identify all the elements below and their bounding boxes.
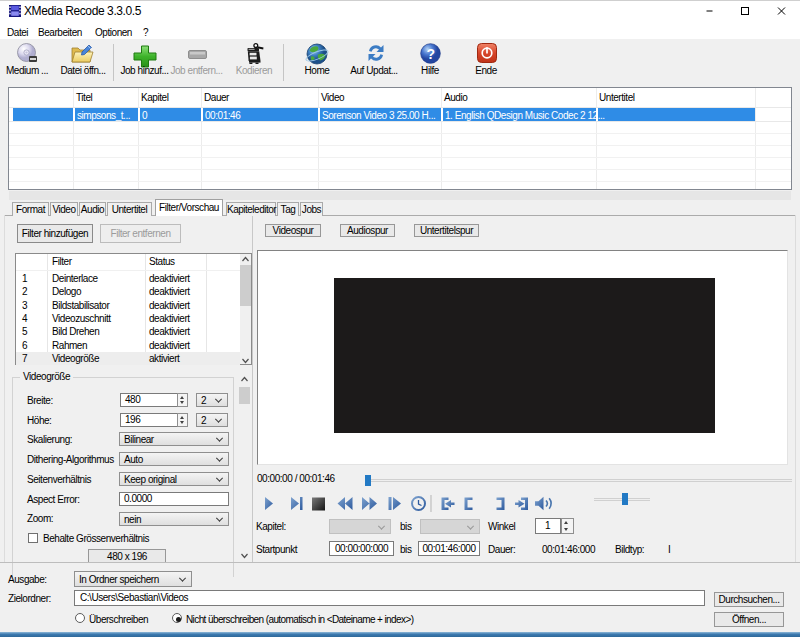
svg-text:?: ? [426, 46, 434, 62]
